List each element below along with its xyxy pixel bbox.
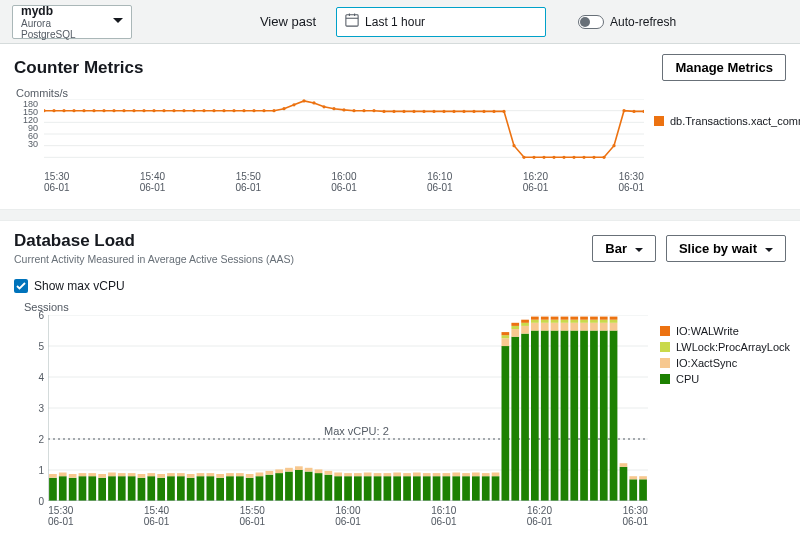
svg-rect-81 — [59, 476, 67, 501]
svg-rect-134 — [315, 469, 323, 473]
legend-swatch — [660, 342, 670, 352]
svg-rect-98 — [138, 474, 146, 478]
legend-item: CPU — [660, 373, 790, 385]
svg-point-59 — [532, 156, 535, 159]
svg-rect-139 — [344, 476, 352, 501]
svg-rect-92 — [108, 473, 116, 477]
svg-point-52 — [462, 110, 465, 113]
svg-rect-103 — [167, 476, 175, 501]
caret-down-icon — [635, 241, 643, 256]
svg-point-21 — [152, 109, 155, 112]
svg-rect-114 — [216, 474, 224, 478]
svg-rect-154 — [413, 473, 421, 477]
svg-rect-121 — [256, 476, 264, 501]
database-selector[interactable]: mydb Aurora PostgreSQL — [12, 5, 132, 39]
svg-point-54 — [482, 110, 485, 113]
chart-type-label: Bar — [605, 241, 627, 256]
svg-rect-183 — [531, 331, 539, 502]
manage-metrics-button[interactable]: Manage Metrics — [662, 54, 786, 81]
svg-rect-150 — [393, 473, 401, 477]
legend-item: IO:WALWrite — [660, 325, 790, 337]
auto-refresh-toggle[interactable]: Auto-refresh — [578, 15, 676, 29]
svg-rect-108 — [187, 474, 195, 478]
svg-rect-174 — [502, 332, 510, 335]
svg-rect-129 — [295, 470, 303, 501]
svg-point-13 — [72, 109, 75, 112]
svg-point-69 — [632, 110, 635, 113]
svg-rect-198 — [561, 317, 569, 320]
svg-point-20 — [142, 109, 145, 112]
svg-rect-189 — [541, 320, 549, 323]
legend-swatch — [660, 374, 670, 384]
svg-rect-165 — [472, 476, 480, 501]
svg-rect-158 — [433, 473, 441, 476]
svg-rect-192 — [551, 323, 559, 331]
svg-rect-172 — [502, 338, 510, 346]
svg-point-36 — [302, 99, 305, 102]
svg-rect-89 — [98, 478, 106, 501]
slice-by-selector[interactable]: Slice by wait — [666, 235, 786, 262]
counter-metrics-title: Counter Metrics — [14, 58, 143, 78]
svg-point-33 — [272, 109, 275, 112]
svg-rect-97 — [138, 478, 146, 501]
svg-point-24 — [182, 109, 185, 112]
svg-rect-118 — [236, 473, 244, 476]
svg-rect-126 — [275, 469, 283, 473]
svg-rect-209 — [590, 320, 598, 323]
svg-point-62 — [562, 156, 565, 159]
svg-rect-220 — [620, 463, 628, 467]
svg-rect-132 — [305, 468, 313, 472]
svg-rect-155 — [423, 476, 431, 501]
svg-rect-122 — [256, 473, 264, 477]
svg-point-15 — [92, 109, 95, 112]
svg-rect-145 — [374, 476, 382, 501]
svg-rect-110 — [197, 473, 205, 476]
svg-point-51 — [452, 110, 455, 113]
svg-point-35 — [292, 103, 295, 106]
load-xaxis: 15:3006-0115:4006-0115:5006-0116:0006-01… — [48, 505, 648, 527]
svg-rect-157 — [433, 476, 441, 501]
svg-point-42 — [362, 109, 365, 112]
svg-point-39 — [332, 107, 335, 110]
chart-type-selector[interactable]: Bar — [592, 235, 656, 262]
checkbox-checked-icon — [14, 279, 28, 293]
svg-rect-136 — [325, 471, 333, 475]
svg-rect-152 — [403, 473, 411, 476]
svg-point-38 — [322, 105, 325, 108]
svg-rect-149 — [393, 476, 401, 501]
svg-rect-221 — [629, 479, 637, 501]
svg-rect-115 — [226, 476, 234, 501]
svg-point-10 — [44, 109, 46, 112]
svg-point-28 — [222, 109, 225, 112]
svg-rect-148 — [384, 473, 392, 476]
time-range-selector[interactable]: Last 1 hour — [336, 7, 546, 37]
svg-rect-84 — [69, 474, 77, 478]
svg-rect-163 — [462, 476, 470, 501]
load-chart-panel: Sessions 0123456 Max vCPU: 2 15:3006-011… — [14, 301, 786, 541]
svg-point-61 — [552, 156, 555, 159]
time-range-value: Last 1 hour — [365, 15, 425, 29]
svg-rect-188 — [541, 323, 549, 331]
svg-rect-112 — [207, 473, 215, 476]
svg-rect-113 — [216, 478, 224, 501]
load-yaxis: 0123456 — [28, 315, 44, 501]
svg-point-14 — [82, 109, 85, 112]
svg-rect-100 — [147, 473, 155, 476]
svg-rect-170 — [492, 473, 500, 477]
svg-rect-169 — [492, 476, 500, 501]
svg-point-17 — [112, 109, 115, 112]
legend-swatch — [660, 358, 670, 368]
svg-rect-119 — [246, 478, 254, 501]
counter-ylabel: Commits/s — [16, 87, 68, 99]
svg-rect-197 — [561, 320, 569, 323]
svg-point-65 — [592, 156, 595, 159]
counter-legend-text: db.Transactions.xact_commit.avg — [670, 115, 800, 127]
svg-rect-166 — [472, 473, 480, 477]
svg-point-67 — [612, 144, 615, 147]
load-ylabel: Sessions — [24, 301, 69, 313]
svg-point-26 — [202, 109, 205, 112]
show-max-vcpu-checkbox[interactable]: Show max vCPU — [14, 279, 786, 293]
svg-rect-184 — [531, 323, 539, 331]
svg-point-46 — [402, 110, 405, 113]
svg-rect-201 — [570, 320, 578, 323]
